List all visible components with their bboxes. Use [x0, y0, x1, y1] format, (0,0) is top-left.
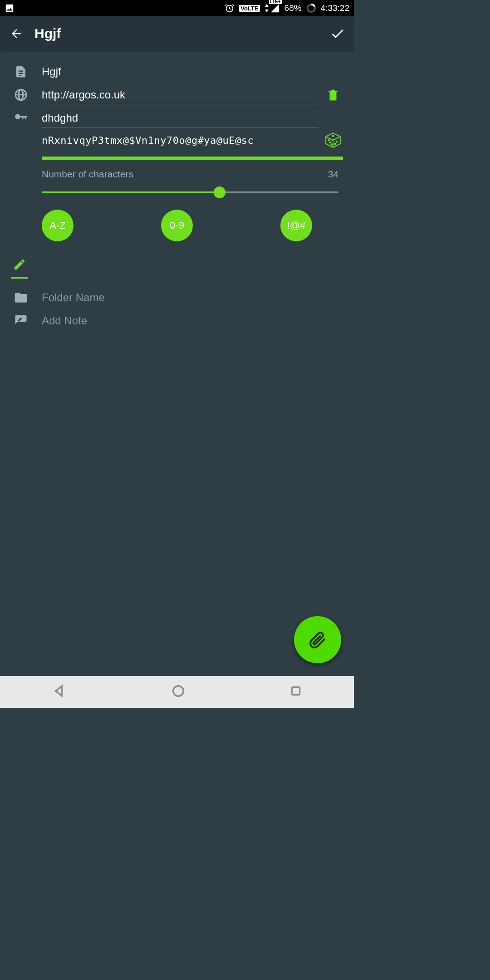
pencil-icon: [13, 258, 26, 271]
folder-icon: [11, 290, 31, 305]
generate-password-button[interactable]: [323, 132, 343, 149]
chip-symbols[interactable]: !@#: [280, 210, 312, 241]
document-icon: [11, 65, 31, 78]
length-label: Number of characters: [42, 169, 133, 180]
svg-point-3: [329, 142, 331, 143]
length-slider[interactable]: [42, 191, 338, 193]
attach-fab[interactable]: [294, 616, 341, 663]
app-bar: Hgjf: [0, 16, 354, 51]
status-bar: VoLTE LTE+ 68% 4:33:22: [0, 0, 354, 16]
trash-icon: [326, 88, 340, 102]
photo-icon: [5, 3, 15, 13]
clock-time: 4:33:22: [321, 3, 349, 13]
url-input[interactable]: [42, 85, 318, 104]
nav-home-button[interactable]: [172, 684, 185, 700]
note-input[interactable]: [42, 311, 318, 330]
svg-point-7: [333, 135, 334, 137]
updown-icon: [265, 4, 269, 12]
folder-input[interactable]: [42, 288, 318, 307]
page-title: Hgjf: [34, 26, 61, 41]
charset-chips: A-Z 0-9 !@#: [42, 210, 312, 241]
nav-recent-icon: [290, 685, 302, 697]
alarm-icon: [225, 3, 235, 13]
nav-recent-button[interactable]: [290, 685, 302, 699]
svg-point-8: [173, 686, 184, 696]
battery-ring-icon: [306, 3, 316, 13]
signal-icon: [270, 3, 280, 13]
back-button[interactable]: [5, 23, 27, 44]
password-length-section: Number of characters 34: [42, 169, 338, 193]
confirm-button[interactable]: [327, 23, 348, 44]
content-area: Number of characters 34 A-Z 0-9 !@#: [0, 51, 354, 676]
svg-point-4: [331, 144, 333, 145]
slider-thumb[interactable]: [214, 186, 225, 198]
chip-letters[interactable]: A-Z: [42, 210, 74, 241]
dice-icon: [324, 132, 342, 149]
edit-tab[interactable]: [11, 255, 28, 279]
nav-back-icon: [52, 684, 67, 698]
svg-point-5: [336, 141, 338, 142]
chip-numbers[interactable]: 0-9: [161, 210, 193, 241]
svg-rect-9: [292, 687, 299, 695]
globe-icon: [11, 88, 31, 102]
svg-point-2: [328, 140, 329, 141]
note-icon: [11, 314, 31, 328]
edit-tab-bar: [11, 255, 343, 279]
delete-url-button[interactable]: [323, 88, 343, 102]
system-nav-bar: [0, 676, 354, 708]
lte-badge: LTE+: [269, 0, 282, 4]
length-value: 34: [328, 169, 338, 180]
title-input[interactable]: [42, 62, 318, 81]
paperclip-icon: [309, 631, 327, 649]
svg-point-6: [334, 143, 336, 145]
arrow-back-icon: [10, 27, 23, 40]
nav-back-button[interactable]: [52, 684, 67, 700]
password-strength-bar: [42, 157, 343, 160]
password-input[interactable]: [42, 131, 318, 149]
battery-percent: 68%: [284, 3, 302, 13]
volte-badge: VoLTE: [239, 5, 260, 12]
key-icon: [11, 110, 31, 126]
slider-fill: [42, 191, 220, 193]
nav-home-icon: [172, 684, 185, 698]
check-icon: [330, 26, 345, 41]
username-input[interactable]: [42, 108, 318, 127]
